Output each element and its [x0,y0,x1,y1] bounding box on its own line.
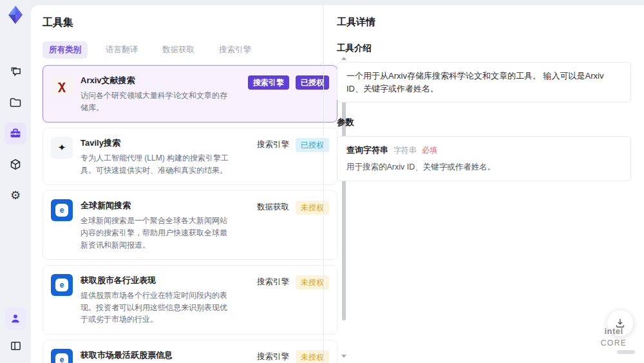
toolbox-icon[interactable] [5,123,26,144]
cube-icon[interactable] [5,153,26,175]
gear-glyph: ⚙ [10,190,21,201]
category-label: 搜索引擎 [257,138,289,150]
category-label: 数据获取 [257,201,289,213]
user-icon[interactable] [5,308,26,329]
tab-data-fetch[interactable]: 数据获取 [156,41,201,59]
brand-intel: intel [604,326,623,336]
folder-icon[interactable] [5,92,26,113]
app-logo-icon [6,5,25,27]
detail-title: 工具详情 [337,16,631,28]
intel-core-logo: intel core [592,325,635,354]
param-description: 用于搜索的Arxiv ID、关键字或作者姓名。 [346,162,621,173]
settings-icon[interactable]: ⚙ [5,184,26,206]
tool-card-active-stocks[interactable]: e 获取市场最活跃股票信息 提供当天交易量最高的股票列表，投资者可以利用这些信息… [43,340,337,363]
page-title: 工具集 [43,16,346,30]
tool-card-list: χ Arxiv文献搜索 访问各个研究领域大量科学论文和文章的存储库。 搜索引擎 … [43,65,346,363]
param-name: 查询字符串 [346,144,388,156]
tool-card-global-news[interactable]: e 全球新闻搜索 全球新闻搜索是一个聚合全球各大新闻网站内容的搜索引擎，帮助用户… [43,190,337,260]
intro-text-box: 一个用于从Arxiv存储库搜索科学论文和文章的工具。 输入可以是Arxiv ID… [337,62,631,103]
stock-glyph: e [55,353,68,363]
stock-app-icon: e [51,349,73,363]
tool-description: 提供股票市场各个行业在特定时间段内的表现。投资者可以利用这些信息来识别表现优于或… [80,289,234,326]
category-tabs: 所有类别 语言翻译 数据获取 搜索引擎 [43,41,346,59]
news-glyph: e [55,204,68,217]
params-heading: 参数 [337,117,631,128]
tool-name: Arxiv文献搜索 [80,75,240,86]
tool-name: 获取股市各行业表现 [80,275,249,286]
tool-description: 全球新闻搜索是一个聚合全球各大新闻网站内容的搜索引擎，帮助用户快速获取全球最新资… [80,215,234,251]
param-item: 查询字符串 字符串 必填 用于搜索的Arxiv ID、关键字或作者姓名。 [337,136,631,181]
tool-card-stock-sector[interactable]: e 获取股市各行业表现 提供股票市场各个行业在特定时间段内的表现。投资者可以利用… [43,265,337,335]
tool-description: 访问各个研究领域大量科学论文和文章的存储库。 [80,90,234,113]
arxiv-logo-icon: χ [51,74,73,96]
tool-card-tavily[interactable]: ✦ Tavily搜索 专为人工智能代理 (LLM) 构建的搜索引擎工具。可快速提… [43,128,337,185]
category-label: 搜索引擎 [257,275,289,288]
tool-detail-pane: 工具详情 工具介绍 一个用于从Arxiv存储库搜索科学论文和文章的工具。 输入可… [323,5,644,363]
tab-language-translation[interactable]: 语言翻译 [99,41,144,59]
brand-core: core [601,338,627,348]
tool-list-pane: 工具集 所有类别 语言翻译 数据获取 搜索引擎 χ Arxiv文献搜索 访问各个… [43,5,346,363]
news-app-icon: e [51,199,73,221]
stock-glyph: e [55,279,68,291]
arxiv-glyph: χ [58,77,66,93]
tool-description: 专为人工智能代理 (LLM) 构建的搜索引擎工具。可快速提供实时、准确和真实的结… [80,152,234,176]
stock-app-icon: e [51,274,73,296]
category-label: 搜索引擎 [257,350,289,362]
param-required-flag: 必填 [422,145,437,156]
tavily-glyph: ✦ [58,142,66,153]
chat-icon[interactable] [5,61,26,83]
category-badge: 搜索引擎 [248,75,289,90]
tab-all-categories[interactable]: 所有类别 [43,41,88,59]
intro-heading: 工具介绍 [337,43,631,54]
tool-name: Tavily搜索 [80,137,249,149]
tavily-star-icon: ✦ [51,137,73,159]
app-rail: ⚙ [0,0,31,363]
panel-toggle-icon[interactable] [5,335,26,357]
tool-name: 全球新闻搜索 [80,200,249,211]
tool-name: 获取市场最活跃股票信息 [80,349,249,361]
tool-card-arxiv[interactable]: χ Arxiv文献搜索 访问各个研究领域大量科学论文和文章的存储库。 搜索引擎 … [43,65,337,123]
brand-sub-mark [617,350,635,354]
param-type: 字符串 [393,145,417,156]
main-panel: 工具集 所有类别 语言翻译 数据获取 搜索引擎 χ Arxiv文献搜索 访问各个… [31,5,644,363]
tab-search-engine[interactable]: 搜索引擎 [213,41,258,59]
